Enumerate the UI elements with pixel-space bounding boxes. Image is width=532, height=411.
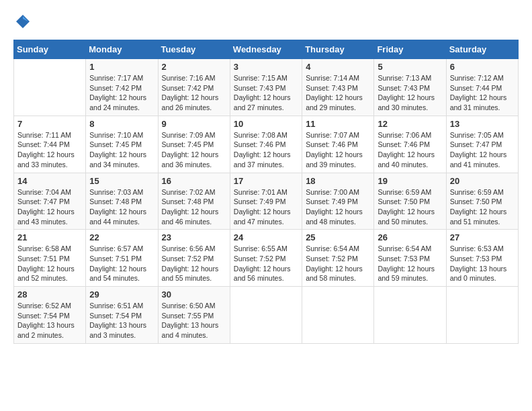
day-info: Sunrise: 6:54 AMSunset: 7:53 PMDaylight:… bbox=[378, 244, 442, 283]
calendar-cell bbox=[374, 287, 446, 344]
day-number: 5 bbox=[378, 62, 442, 72]
page-header bbox=[13, 13, 519, 33]
day-number: 6 bbox=[450, 62, 515, 72]
day-number: 2 bbox=[162, 62, 226, 72]
calendar-cell: 4Sunrise: 7:14 AMSunset: 7:43 PMDaylight… bbox=[302, 59, 374, 116]
day-info: Sunrise: 7:17 AMSunset: 7:42 PMDaylight:… bbox=[89, 73, 154, 113]
logo bbox=[13, 13, 31, 33]
weekday-header: Sunday bbox=[14, 40, 86, 59]
day-info: Sunrise: 6:50 AMSunset: 7:55 PMDaylight:… bbox=[162, 301, 226, 340]
day-info: Sunrise: 7:11 AMSunset: 7:44 PMDaylight:… bbox=[17, 130, 82, 170]
calendar-cell: 8Sunrise: 7:10 AMSunset: 7:45 PMDaylight… bbox=[86, 116, 158, 173]
day-number: 8 bbox=[89, 119, 154, 129]
day-info: Sunrise: 7:02 AMSunset: 7:48 PMDaylight:… bbox=[162, 187, 226, 227]
day-info: Sunrise: 7:13 AMSunset: 7:43 PMDaylight:… bbox=[378, 73, 442, 113]
calendar-cell: 10Sunrise: 7:08 AMSunset: 7:46 PMDayligh… bbox=[230, 116, 302, 173]
calendar-cell bbox=[230, 287, 302, 344]
calendar-cell: 15Sunrise: 7:03 AMSunset: 7:48 PMDayligh… bbox=[86, 173, 158, 230]
calendar-cell: 28Sunrise: 6:52 AMSunset: 7:54 PMDayligh… bbox=[14, 287, 86, 344]
day-number: 19 bbox=[378, 176, 442, 186]
weekday-header: Monday bbox=[86, 40, 158, 59]
weekday-header: Wednesday bbox=[230, 40, 302, 59]
day-number: 10 bbox=[234, 119, 298, 129]
day-number: 7 bbox=[17, 119, 82, 129]
day-info: Sunrise: 7:03 AMSunset: 7:48 PMDaylight:… bbox=[89, 187, 154, 227]
calendar-cell: 7Sunrise: 7:11 AMSunset: 7:44 PMDaylight… bbox=[14, 116, 86, 173]
day-info: Sunrise: 6:59 AMSunset: 7:50 PMDaylight:… bbox=[378, 187, 442, 227]
calendar-week-row: 1Sunrise: 7:17 AMSunset: 7:42 PMDaylight… bbox=[14, 59, 519, 116]
day-number: 16 bbox=[162, 176, 226, 186]
day-info: Sunrise: 7:06 AMSunset: 7:46 PMDaylight:… bbox=[378, 130, 442, 170]
day-info: Sunrise: 6:59 AMSunset: 7:50 PMDaylight:… bbox=[450, 187, 515, 227]
day-info: Sunrise: 7:10 AMSunset: 7:45 PMDaylight:… bbox=[89, 130, 154, 170]
calendar-week-row: 14Sunrise: 7:04 AMSunset: 7:47 PMDayligh… bbox=[14, 173, 519, 230]
day-number: 12 bbox=[378, 119, 442, 129]
day-info: Sunrise: 7:16 AMSunset: 7:42 PMDaylight:… bbox=[162, 73, 226, 113]
calendar-cell: 19Sunrise: 6:59 AMSunset: 7:50 PMDayligh… bbox=[374, 173, 446, 230]
calendar-cell: 14Sunrise: 7:04 AMSunset: 7:47 PMDayligh… bbox=[14, 173, 86, 230]
calendar-cell bbox=[446, 287, 518, 344]
day-info: Sunrise: 6:56 AMSunset: 7:52 PMDaylight:… bbox=[162, 244, 226, 283]
calendar-cell: 12Sunrise: 7:06 AMSunset: 7:46 PMDayligh… bbox=[374, 116, 446, 173]
day-info: Sunrise: 6:54 AMSunset: 7:52 PMDaylight:… bbox=[306, 244, 370, 283]
calendar-week-row: 28Sunrise: 6:52 AMSunset: 7:54 PMDayligh… bbox=[14, 287, 519, 344]
calendar-cell: 30Sunrise: 6:50 AMSunset: 7:55 PMDayligh… bbox=[158, 287, 230, 344]
day-number: 17 bbox=[234, 176, 298, 186]
day-number: 1 bbox=[89, 62, 154, 72]
calendar-header-row: SundayMondayTuesdayWednesdayThursdayFrid… bbox=[14, 40, 519, 59]
day-number: 30 bbox=[162, 289, 226, 300]
calendar-cell: 24Sunrise: 6:55 AMSunset: 7:52 PMDayligh… bbox=[230, 230, 302, 287]
day-number: 3 bbox=[234, 62, 298, 72]
weekday-header: Thursday bbox=[302, 40, 374, 59]
day-info: Sunrise: 7:01 AMSunset: 7:49 PMDaylight:… bbox=[234, 187, 298, 227]
calendar-cell: 5Sunrise: 7:13 AMSunset: 7:43 PMDaylight… bbox=[374, 59, 446, 116]
calendar-cell: 16Sunrise: 7:02 AMSunset: 7:48 PMDayligh… bbox=[158, 173, 230, 230]
calendar-cell: 21Sunrise: 6:58 AMSunset: 7:51 PMDayligh… bbox=[14, 230, 86, 287]
logo-text bbox=[13, 13, 31, 33]
weekday-header: Tuesday bbox=[158, 40, 230, 59]
day-number: 11 bbox=[306, 119, 370, 129]
calendar-cell: 3Sunrise: 7:15 AMSunset: 7:43 PMDaylight… bbox=[230, 59, 302, 116]
calendar-cell bbox=[14, 59, 86, 116]
day-number: 18 bbox=[306, 176, 370, 186]
day-info: Sunrise: 6:57 AMSunset: 7:51 PMDaylight:… bbox=[89, 244, 154, 283]
calendar-cell: 6Sunrise: 7:12 AMSunset: 7:44 PMDaylight… bbox=[446, 59, 518, 116]
calendar-cell: 22Sunrise: 6:57 AMSunset: 7:51 PMDayligh… bbox=[86, 230, 158, 287]
calendar-cell: 26Sunrise: 6:54 AMSunset: 7:53 PMDayligh… bbox=[374, 230, 446, 287]
day-number: 4 bbox=[306, 62, 370, 72]
calendar-cell: 29Sunrise: 6:51 AMSunset: 7:54 PMDayligh… bbox=[86, 287, 158, 344]
day-number: 27 bbox=[450, 232, 515, 242]
day-info: Sunrise: 7:14 AMSunset: 7:43 PMDaylight:… bbox=[306, 73, 370, 113]
day-number: 23 bbox=[162, 232, 226, 242]
calendar-week-row: 7Sunrise: 7:11 AMSunset: 7:44 PMDaylight… bbox=[14, 116, 519, 173]
calendar-week-row: 21Sunrise: 6:58 AMSunset: 7:51 PMDayligh… bbox=[14, 230, 519, 287]
calendar-cell: 2Sunrise: 7:16 AMSunset: 7:42 PMDaylight… bbox=[158, 59, 230, 116]
day-info: Sunrise: 7:04 AMSunset: 7:47 PMDaylight:… bbox=[17, 187, 82, 227]
calendar-cell: 18Sunrise: 7:00 AMSunset: 7:49 PMDayligh… bbox=[302, 173, 374, 230]
day-info: Sunrise: 7:08 AMSunset: 7:46 PMDaylight:… bbox=[234, 130, 298, 170]
day-info: Sunrise: 7:12 AMSunset: 7:44 PMDaylight:… bbox=[450, 73, 515, 113]
calendar-cell: 1Sunrise: 7:17 AMSunset: 7:42 PMDaylight… bbox=[86, 59, 158, 116]
day-number: 9 bbox=[162, 119, 226, 129]
day-number: 21 bbox=[17, 232, 82, 242]
weekday-header: Friday bbox=[374, 40, 446, 59]
day-info: Sunrise: 7:07 AMSunset: 7:46 PMDaylight:… bbox=[306, 130, 370, 170]
weekday-header: Saturday bbox=[446, 40, 518, 59]
day-number: 15 bbox=[89, 176, 154, 186]
calendar-cell: 23Sunrise: 6:56 AMSunset: 7:52 PMDayligh… bbox=[158, 230, 230, 287]
day-number: 29 bbox=[89, 289, 154, 300]
day-info: Sunrise: 7:05 AMSunset: 7:47 PMDaylight:… bbox=[450, 130, 515, 170]
day-info: Sunrise: 6:58 AMSunset: 7:51 PMDaylight:… bbox=[17, 244, 82, 283]
day-info: Sunrise: 6:51 AMSunset: 7:54 PMDaylight:… bbox=[89, 301, 154, 340]
day-number: 13 bbox=[450, 119, 515, 129]
day-info: Sunrise: 6:53 AMSunset: 7:53 PMDaylight:… bbox=[450, 244, 515, 283]
day-info: Sunrise: 7:00 AMSunset: 7:49 PMDaylight:… bbox=[306, 187, 370, 227]
calendar-cell: 27Sunrise: 6:53 AMSunset: 7:53 PMDayligh… bbox=[446, 230, 518, 287]
day-info: Sunrise: 7:09 AMSunset: 7:45 PMDaylight:… bbox=[162, 130, 226, 170]
calendar-table: SundayMondayTuesdayWednesdayThursdayFrid… bbox=[13, 40, 519, 344]
calendar-cell: 9Sunrise: 7:09 AMSunset: 7:45 PMDaylight… bbox=[158, 116, 230, 173]
day-number: 22 bbox=[89, 232, 154, 242]
day-number: 25 bbox=[306, 232, 370, 242]
calendar-cell: 20Sunrise: 6:59 AMSunset: 7:50 PMDayligh… bbox=[446, 173, 518, 230]
calendar-cell: 11Sunrise: 7:07 AMSunset: 7:46 PMDayligh… bbox=[302, 116, 374, 173]
